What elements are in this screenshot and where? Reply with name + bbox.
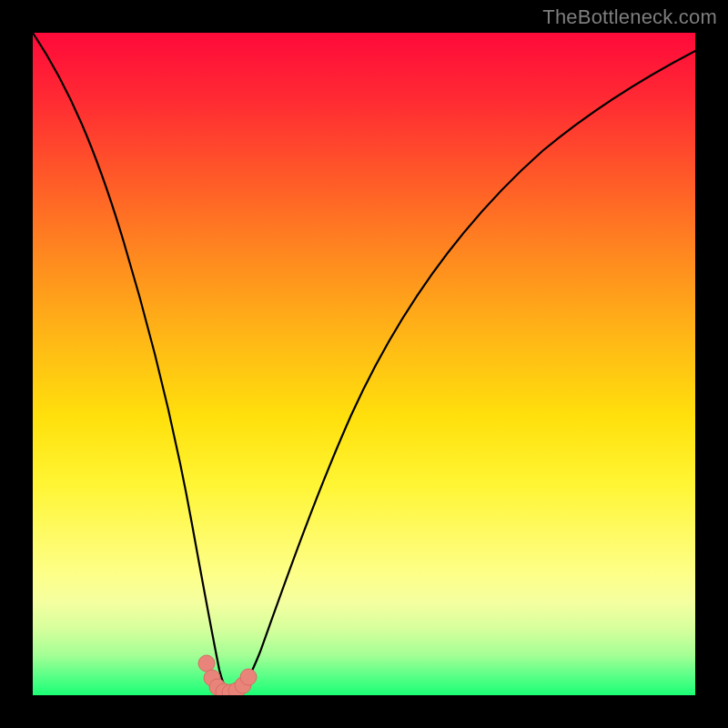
marker-dot [222,684,238,695]
marker-dot [209,679,226,695]
marker-dot [204,670,220,686]
chart-stage: TheBottleneck.com [0,0,728,728]
watermark-text: TheBottleneck.com [542,5,717,29]
minimum-salmon-markers [198,655,257,695]
marker-dot [228,682,245,695]
marker-dot [216,683,232,695]
bottleneck-curve [33,33,695,695]
curve-path [33,33,695,693]
marker-dot [240,669,257,685]
marker-dot [235,677,251,693]
plot-area [33,33,695,695]
marker-dot [198,655,215,672]
